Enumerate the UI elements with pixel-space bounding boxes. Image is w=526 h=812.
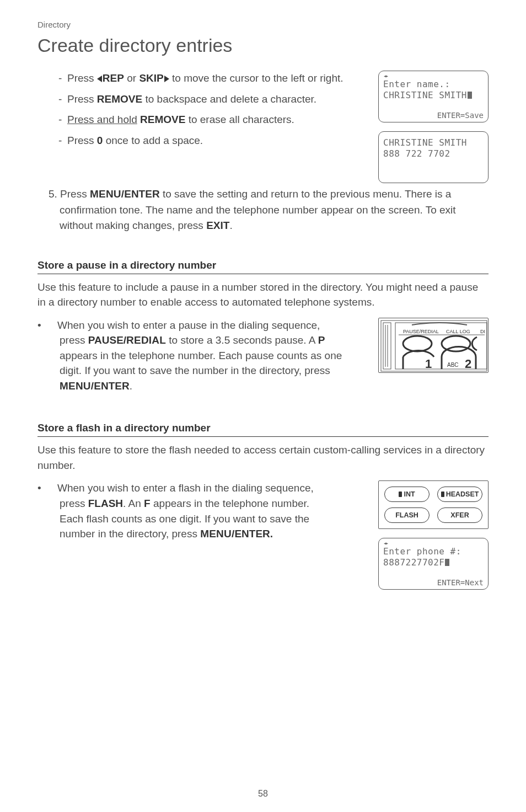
lcd-line: Enter name.:: [383, 79, 484, 90]
flash-button: FLASH: [384, 507, 430, 523]
lcd-line: 8887227702F: [383, 557, 484, 568]
page-number: 58: [0, 789, 526, 799]
arrow-indicator-icon: ◂▸: [383, 541, 484, 546]
cursor-icon: [468, 92, 472, 99]
lcd-line: 888 722 7702: [383, 148, 484, 159]
cursor-icon: [445, 559, 449, 566]
pause-bullet: •When you wish to enter a pause in the d…: [37, 318, 346, 394]
section-label: Directory: [37, 20, 489, 29]
led-icon: [399, 492, 402, 497]
key-1: 1: [425, 357, 432, 371]
lcd-screen-saved-entry: CHRISTINE SMITH 888 722 7702: [378, 131, 489, 183]
flash-bullet: •When you wish to enter a flash in the d…: [37, 480, 335, 541]
instruction-list: Press REP or SKIP to move the cursor to …: [37, 71, 346, 148]
button-panel: INT HEADSET FLASH XFER: [378, 480, 489, 529]
lcd-line: Enter phone #:: [383, 546, 484, 557]
instruction-item: Press 0 once to add a space.: [60, 133, 346, 148]
key-2: 2: [465, 357, 471, 371]
label-di: DI: [480, 329, 485, 334]
lcd-hint: ENTER=Save: [437, 111, 484, 120]
step-5: 5. Press MENU/ENTER to save the setting …: [37, 186, 489, 234]
led-icon: [441, 492, 444, 497]
instruction-item: Press REMOVE to backspace and delete a c…: [60, 92, 346, 107]
label-call-log: CALL LOG: [446, 329, 470, 334]
svg-rect-1: [383, 323, 391, 369]
phone-diagram-pause: PAUSE/REDIAL CALL LOG DI 1 ABC 2: [378, 318, 489, 373]
svg-point-7: [442, 336, 470, 351]
lcd-hint: ENTER=Next: [437, 578, 484, 587]
lcd-screen-name-entry: ◂▸ Enter name.: CHRISTINE SMITH ENTER=Sa…: [378, 71, 489, 122]
triangle-right-icon: [164, 76, 169, 82]
arrow-indicator-icon: ◂▸: [383, 73, 484, 79]
instruction-item: Press REP or SKIP to move the cursor to …: [60, 71, 346, 86]
section-heading-flash: Store a flash in a directory number: [37, 422, 489, 437]
triangle-left-icon: [97, 76, 102, 82]
headset-button: HEADSET: [437, 487, 482, 502]
key-abc: ABC: [447, 362, 459, 368]
page-title: Create directory entries: [37, 35, 489, 56]
svg-point-6: [403, 336, 432, 351]
flash-intro: Use this feature to store the flash need…: [37, 442, 489, 473]
lcd-screen-phone-entry: ◂▸ Enter phone #: 8887227702F ENTER=Next: [378, 538, 489, 590]
pause-intro: Use this feature to include a pause in a…: [37, 280, 489, 310]
section-heading-pause: Store a pause in a directory number: [37, 259, 489, 274]
lcd-line: CHRISTINE SMITH: [383, 90, 484, 101]
label-pause-redial: PAUSE/REDIAL: [403, 329, 439, 334]
lcd-line: CHRISTINE SMITH: [383, 137, 484, 148]
xfer-button: XFER: [437, 507, 482, 523]
instruction-item: Press and hold REMOVE to erase all chara…: [60, 112, 346, 127]
int-button: INT: [384, 487, 430, 502]
